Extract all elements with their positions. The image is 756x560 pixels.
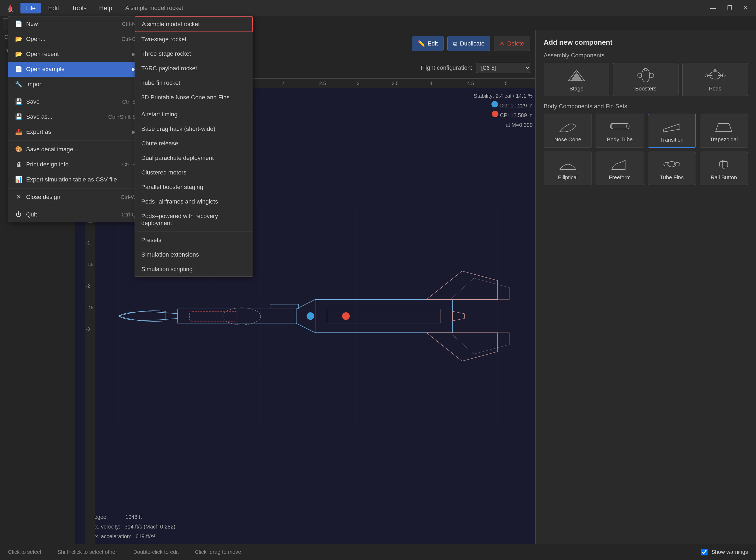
menu-import[interactable]: 🔧 Import [8, 77, 142, 92]
component-elliptical[interactable]: Elliptical [544, 152, 592, 185]
delete-button[interactable]: ✕ Delete [494, 36, 530, 51]
example-two-stage[interactable]: Two-stage rocket [135, 32, 253, 46]
example-clustered[interactable]: Clustered motors [135, 165, 253, 180]
menu-save-as[interactable]: 💾 Save as... Ctrl+Shift-S [8, 109, 142, 124]
add-component-title: Add new component [544, 38, 748, 46]
edit-menu-item[interactable]: Edit [43, 3, 64, 14]
component-trapezoidal[interactable]: Trapezoidal [700, 114, 748, 148]
csv-icon: 📊 [15, 176, 22, 183]
component-freeform[interactable]: Freeform [596, 152, 644, 185]
component-boosters[interactable]: Boosters [613, 63, 679, 96]
flight-config-label: Flight configuration: [421, 64, 472, 71]
svg-marker-52 [450, 333, 509, 354]
svg-text:4: 4 [430, 81, 432, 86]
show-warnings-checkbox[interactable] [701, 549, 708, 555]
minimize-button[interactable]: — [708, 3, 719, 13]
window-controls: — ❐ ✕ [708, 0, 751, 16]
component-pods[interactable]: Pods [682, 63, 748, 96]
component-transition[interactable]: Transition [648, 114, 696, 148]
pods-label: Pods [685, 86, 745, 92]
body-grid: Nose Cone Body Tube Transition [544, 114, 748, 185]
example-parallel-booster[interactable]: Parallel booster staging [135, 180, 253, 194]
menu-open[interactable]: 📂 Open... Ctrl-O [8, 32, 142, 46]
body-tube-label: Body Tube [598, 137, 641, 143]
example-airstart[interactable]: Airstart timing [135, 107, 253, 122]
print-icon: 🖨 [15, 161, 22, 168]
elliptical-label: Elliptical [547, 175, 589, 181]
component-tube-fins[interactable]: Tube Fins [648, 152, 696, 185]
cg-marker-icon [491, 101, 498, 107]
save-as-icon: 💾 [15, 113, 22, 121]
example-pods-powered[interactable]: Pods--powered with recovery deployment [135, 209, 253, 231]
menu-close[interactable]: ✕ Close design Ctrl-W [8, 189, 142, 205]
example-sim-scripting[interactable]: Simulation scripting [135, 262, 253, 277]
example-sim-extensions[interactable]: Simulation extensions [135, 247, 253, 262]
menu-export-as[interactable]: 📤 Export as ▶ [8, 124, 142, 139]
menu-quit[interactable]: ⏻ Quit Ctrl-Q [8, 207, 142, 222]
velocity-stat: Max. velocity: 314 ft/s (Mach 0.282) [88, 522, 176, 532]
flight-config-area: Flight configuration: [C6-5] [421, 63, 530, 73]
flight-config-select[interactable]: [C6-5] [476, 63, 530, 73]
svg-point-62 [649, 73, 654, 78]
new-icon: 📄 [15, 20, 22, 28]
duplicate-button[interactable]: ⧉ Duplicate [447, 36, 490, 51]
example-chute-release[interactable]: Chute release [135, 136, 253, 151]
menu-new[interactable]: 📄 New Ctrl-N [8, 16, 142, 32]
svg-marker-49 [427, 271, 498, 300]
tools-menu-item[interactable]: Tools [67, 3, 91, 14]
edit-button[interactable]: ✏️ Edit [412, 36, 444, 51]
svg-text:2.5: 2.5 [319, 81, 326, 86]
cg-value: CG: 10.229 in [474, 101, 533, 111]
example-base-drag[interactable]: Base drag hack (short-wide) [135, 122, 253, 136]
svg-rect-53 [270, 304, 299, 309]
export-icon: 📤 [15, 128, 22, 136]
svg-text:3.5: 3.5 [392, 81, 399, 86]
svg-marker-1 [8, 4, 12, 7]
component-body-tube[interactable]: Body Tube [596, 114, 644, 148]
svg-rect-69 [612, 124, 628, 129]
svg-point-55 [342, 312, 350, 320]
open-icon: 📂 [15, 35, 22, 43]
menu-save-decal[interactable]: 🎨 Save decal image... [8, 142, 142, 157]
example-dual-chute[interactable]: Dual parachute deployment [135, 151, 253, 165]
cp-value: CP: 12.589 in [474, 111, 533, 120]
svg-line-3 [12, 11, 13, 13]
example-pods-airframes[interactable]: Pods--airframes and winglets [135, 194, 253, 209]
menu-print[interactable]: 🖨 Print design info... Ctrl-P [8, 157, 142, 172]
ex-sep-1 [135, 106, 253, 106]
component-rail-button[interactable]: Rail Button [700, 152, 748, 185]
status-shift-click: Shift+click to select other [57, 549, 117, 555]
example-simple-rocket[interactable]: A simple model rocket [135, 16, 253, 32]
show-warnings-label: Show warnings [711, 549, 748, 555]
maximize-button[interactable]: ❐ [724, 3, 735, 13]
title-bar: File Edit Tools Help A simple model rock… [0, 0, 756, 16]
menu-export-csv[interactable]: 📊 Export simulation table as CSV file [8, 172, 142, 187]
svg-marker-50 [427, 333, 498, 361]
svg-text:-1: -1 [86, 241, 90, 245]
example-tarc[interactable]: TARC payload rocket [135, 61, 253, 76]
delete-icon: ✕ [499, 40, 504, 47]
body-group-title: Body Components and Fin Sets [544, 103, 748, 110]
svg-text:4.5: 4.5 [467, 81, 474, 86]
svg-text:-3: -3 [86, 327, 90, 332]
help-menu-item[interactable]: Help [94, 3, 117, 14]
close-button[interactable]: ✕ [740, 3, 751, 13]
component-stage[interactable]: Stage [544, 63, 609, 96]
status-bar: Click to select Shift+click to select ot… [0, 544, 756, 560]
menu-open-recent[interactable]: 📂 Open recent ▶ [8, 46, 142, 62]
sep-1 [8, 93, 142, 93]
rail-button-label: Rail Button [703, 175, 745, 181]
component-nose-cone[interactable]: Nose Cone [544, 114, 592, 148]
example-3d-print[interactable]: 3D Printable Nose Cone and Fins [135, 90, 253, 105]
svg-text:-2.5: -2.5 [86, 305, 94, 310]
import-icon: 🔧 [15, 80, 22, 88]
file-menu-dropdown: 📄 New Ctrl-N 📂 Open... Ctrl-O 📂 Open rec… [8, 16, 143, 222]
example-submenu: A simple model rocket Two-stage rocket T… [135, 16, 253, 277]
menu-open-example[interactable]: 📄 Open example ▶ [8, 62, 142, 77]
nose-cone-label: Nose Cone [547, 137, 589, 143]
file-menu-item[interactable]: File [20, 3, 41, 14]
example-presets[interactable]: Presets [135, 233, 253, 247]
menu-save[interactable]: 💾 Save Ctrl-S [8, 94, 142, 109]
example-tube-fin[interactable]: Tube fin rocket [135, 76, 253, 90]
example-three-stage[interactable]: Three-stage rocket [135, 46, 253, 61]
